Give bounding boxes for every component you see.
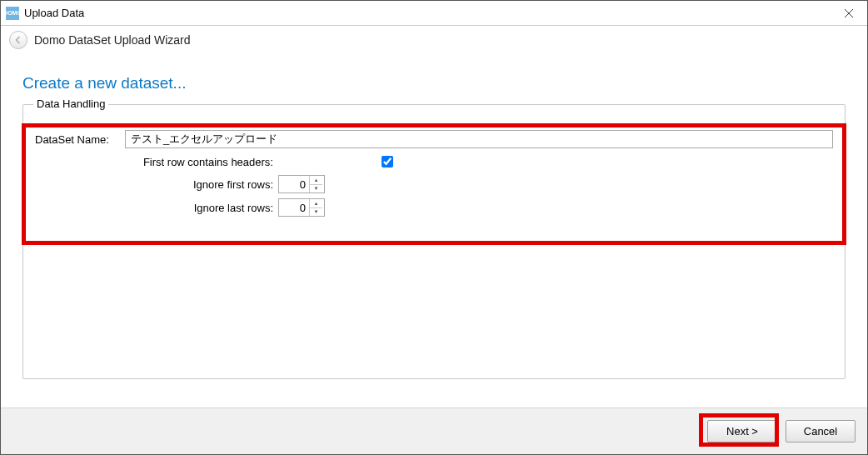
close-icon	[844, 8, 854, 18]
footer: Next > Cancel	[1, 408, 867, 454]
ignore-last-down[interactable]: ▼	[310, 208, 322, 217]
ignore-first-up[interactable]: ▲	[310, 176, 322, 185]
ignore-first-input[interactable]	[279, 176, 309, 192]
wizard-header: Domo DataSet Upload Wizard	[1, 26, 867, 54]
cancel-button[interactable]: Cancel	[786, 420, 856, 442]
row-first-row-headers: First row contains headers:	[35, 153, 833, 170]
row-dataset-name: DataSet Name:	[35, 130, 833, 148]
ignore-first-spin-buttons: ▲ ▼	[309, 176, 322, 192]
data-handling-group: Data Handling DataSet Name: First row co…	[22, 104, 846, 379]
window-root: DOMO Upload Data Domo DataSet Upload Wiz…	[0, 0, 868, 455]
titlebar: DOMO Upload Data	[1, 1, 867, 26]
ignore-last-input[interactable]	[279, 199, 309, 216]
next-button[interactable]: Next >	[707, 420, 777, 442]
app-icon: DOMO	[6, 7, 19, 20]
row-ignore-first: Ignore first rows: ▲ ▼	[35, 175, 833, 193]
wizard-title: Domo DataSet Upload Wizard	[34, 33, 191, 47]
ignore-last-spinner[interactable]: ▲ ▼	[278, 198, 325, 217]
first-row-headers-checkbox[interactable]	[382, 156, 393, 168]
back-button[interactable]	[9, 31, 27, 49]
row-ignore-last: Ignore last rows: ▲ ▼	[35, 198, 833, 217]
ignore-last-label: Ignore last rows:	[35, 202, 278, 214]
group-legend: Data Handling	[33, 98, 108, 110]
page-heading: Create a new dataset...	[22, 74, 846, 92]
body-area: Create a new dataset... Data Handling Da…	[1, 54, 867, 408]
arrow-left-icon	[14, 36, 22, 44]
dataset-name-input[interactable]	[125, 130, 833, 148]
dataset-name-label: DataSet Name:	[35, 133, 125, 146]
first-row-headers-label: First row contains headers:	[35, 156, 278, 168]
ignore-first-down[interactable]: ▼	[310, 185, 322, 193]
ignore-last-up[interactable]: ▲	[310, 199, 322, 208]
ignore-first-label: Ignore first rows:	[35, 178, 278, 191]
close-button[interactable]	[831, 1, 867, 26]
ignore-first-spinner[interactable]: ▲ ▼	[278, 175, 325, 193]
ignore-last-spin-buttons: ▲ ▼	[309, 199, 322, 216]
window-title: Upload Data	[24, 7, 84, 19]
